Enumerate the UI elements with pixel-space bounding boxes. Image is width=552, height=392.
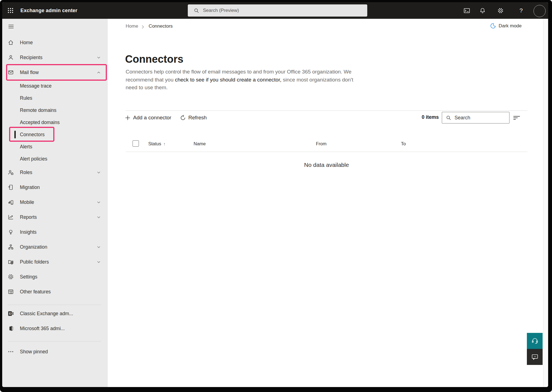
sidebar-item-remote-domains[interactable]: Remote domains [2,104,108,116]
svg-text:E: E [9,312,11,315]
help-icon[interactable]: ? [515,2,527,19]
chevron-down-icon [96,170,101,175]
page-title: Connectors [125,53,183,65]
sidebar-item-settings[interactable]: Settings [2,269,108,284]
sidebar-item-message-trace[interactable]: Message trace [2,80,108,92]
chevron-down-icon [96,215,101,220]
sidebar-item-label: Recipients [20,55,43,60]
sidebar-item-roles[interactable]: Roles [2,165,108,180]
home-icon [8,40,14,46]
column-header-status[interactable]: Status↑ [148,141,165,146]
add-connector-button[interactable]: Add a connector [125,112,171,123]
account-avatar[interactable] [533,5,546,17]
top-bar: Exchange admin center Search (Preview) ? [2,2,548,19]
column-header-from[interactable]: From [316,141,327,146]
filter-icon[interactable] [513,115,521,121]
sidebar-item-migration[interactable]: Migration [2,180,108,195]
sidebar-item-label: Microsoft 365 admi... [20,326,65,332]
support-button[interactable] [527,333,543,349]
sidebar-item-show-pinned[interactable]: Show pinned [2,344,108,359]
sidebar-item-label: Migration [20,185,40,190]
sidebar-item-reports[interactable]: Reports [2,210,108,225]
insights-icon [8,229,14,235]
app-launcher-icon[interactable] [7,7,14,14]
sidebar-item-label: Connectors [20,132,45,138]
sidebar-item-microsoft-365-admi[interactable]: Microsoft 365 admi... [2,321,108,336]
sidebar-item-label: Classic Exchange adm... [20,311,73,317]
sidebar-item-recipients[interactable]: Recipients [2,50,108,65]
sidebar-item-insights[interactable]: Insights [2,225,108,240]
chevron-right-icon [142,25,145,28]
toolbar-divider [126,111,527,111]
table-header-divider [126,152,527,152]
sidebar-item-alerts[interactable]: Alerts [2,141,108,153]
sidebar-item-alert-policies[interactable]: Alert policies [2,153,108,165]
breadcrumb-home-link[interactable]: Home [126,23,138,29]
chevron-down-icon [96,245,101,249]
feedback-bubble-icon [531,353,538,361]
global-search-box[interactable]: Search (Preview) [188,4,367,17]
selection-indicator [14,131,16,138]
sidebar-item-label: Alert policies [20,156,47,162]
sidebar-item-label: Rules [20,95,32,101]
nav-collapse-row [2,19,108,35]
sidebar-item-mobile[interactable]: Mobile [2,195,108,210]
main-content: Home Connectors Dark mode Connectors Con… [108,19,543,387]
terminal-icon[interactable] [461,2,473,19]
sidebar: HomeRecipientsMail flowMessage traceRule… [2,19,108,387]
settings-gear-icon[interactable] [494,2,506,19]
feedback-button[interactable] [527,349,543,365]
column-header-to[interactable]: To [401,141,406,146]
refresh-icon [180,115,186,121]
roles-icon [8,169,14,175]
chevron-down-icon [96,260,101,264]
sidebar-item-label: Insights [20,229,36,235]
items-count: 0 items [422,114,439,120]
create-connector-link[interactable]: check to see if you should create a conn… [175,77,281,83]
sidebar-item-mail-flow[interactable]: Mail flow [2,65,108,80]
hamburger-icon[interactable] [8,23,14,30]
organization-icon [8,244,14,250]
sidebar-item-label: Settings [20,274,37,280]
sidebar-item-label: Reports [20,214,37,220]
sidebar-item-label: Show pinned [20,349,48,355]
column-header-name[interactable]: Name [194,141,206,146]
empty-table-message: No data available [126,162,527,168]
sidebar-item-label: Message trace [20,83,52,89]
chevron-down-icon [96,200,101,205]
sidebar-item-classic-exchange-adm[interactable]: EClassic Exchange adm... [2,306,108,321]
public-folders-icon [8,259,14,265]
sidebar-item-label: Home [20,40,33,46]
sidebar-item-public-folders[interactable]: Public folders [2,254,108,269]
table-search-box[interactable]: Search [442,112,509,123]
scrollbar[interactable] [543,19,548,387]
other-features-icon [8,289,14,295]
refresh-button[interactable]: Refresh [180,112,207,123]
sidebar-item-label: Remote domains [20,107,56,113]
headset-icon [531,337,538,344]
search-icon [194,8,199,13]
mobile-icon [8,199,14,205]
plus-icon [125,115,131,121]
sidebar-item-label: Organization [20,244,47,250]
sidebar-item-connectors[interactable]: Connectors [2,128,108,141]
chevron-down-icon [96,55,101,60]
sidebar-item-label: Other features [20,289,51,295]
notifications-bell-icon[interactable] [476,2,488,19]
select-all-checkbox[interactable] [133,140,139,147]
sidebar-item-rules[interactable]: Rules [2,92,108,104]
sidebar-item-home[interactable]: Home [2,35,108,50]
page-description: Connectors help control the flow of emai… [126,68,361,92]
breadcrumb-current: Connectors [149,23,173,29]
dark-mode-label: Dark mode [499,23,522,29]
chevron-up-icon [96,70,101,75]
sort-ascending-icon: ↑ [163,141,166,146]
gear-icon [8,274,14,280]
sidebar-item-label: Mail flow [20,70,39,75]
sidebar-item-label: Roles [20,170,32,175]
dark-mode-toggle[interactable]: Dark mode [490,23,522,29]
sidebar-item-organization[interactable]: Organization [2,240,108,254]
sidebar-item-accepted-domains[interactable]: Accepted domains [2,116,108,128]
sidebar-item-other-features[interactable]: Other features [2,284,108,299]
sidebar-divider [8,341,101,341]
